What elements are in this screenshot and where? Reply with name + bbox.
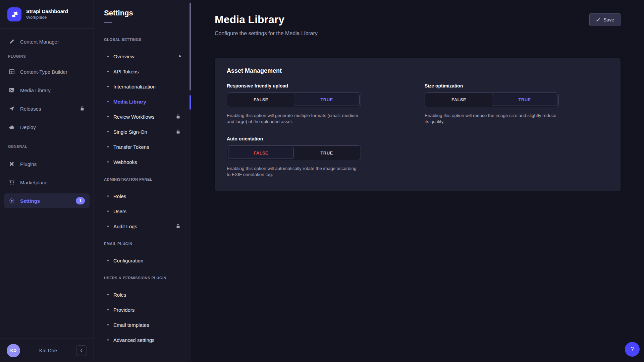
toggle-option-true[interactable]: TRUE [294, 94, 360, 106]
sidebar-item-settings[interactable]: Settings 1 [4, 193, 90, 208]
notification-dot [179, 55, 181, 57]
subnav-item-transfer-tokens[interactable]: Transfer Tokens [94, 140, 191, 154]
subnav-item-email-templates[interactable]: Email templates [94, 318, 191, 331]
subnav-item-advanced-settings[interactable]: Advanced settings [94, 333, 191, 347]
sidebar-item-deploy[interactable]: Plugins Deploy [4, 120, 90, 134]
subnav-section-email-plugin: EMAIL PLUGIN [104, 242, 181, 246]
subnav-item-label: Review Workflows [113, 114, 154, 120]
subnav-item-label: Transfer Tokens [113, 144, 149, 150]
subnav-item-label: Internationalization [113, 84, 156, 89]
sidebar-item-label: Media Library [20, 87, 51, 93]
bullet-dot [107, 146, 109, 147]
subnav-item-audit-logs[interactable]: Audit Logs [94, 220, 191, 233]
page-header-text: Media Library Configure the settings for… [215, 13, 318, 37]
user-name: Kai Doe [20, 348, 76, 353]
cloud-icon [9, 124, 15, 130]
subnav-section-users-permissions-plugin: USERS & PERMISSIONS PLUGIN [104, 276, 181, 280]
field-description: Enabling this option will reduce the ima… [425, 113, 559, 125]
sidebar-collapse-button[interactable] [76, 345, 87, 356]
page-title: Media Library [215, 13, 318, 26]
field-label: Size optimization [425, 83, 559, 88]
subnav-item-label: Roles [113, 193, 126, 199]
brand-title: Strapi Dashboard [26, 8, 68, 15]
sidebar-item-label: Settings [20, 198, 40, 204]
pen-icon [9, 39, 15, 45]
sidebar-section-general: GENERAL [8, 144, 86, 148]
responsive-friendly-upload-toggle: FALSE TRUE [227, 93, 361, 107]
bullet-dot [107, 161, 109, 163]
subnav-item-review-workflows[interactable]: Review Workflows [94, 110, 191, 123]
subnav-item-label: Email templates [113, 322, 149, 328]
toggle-option-false[interactable]: FALSE [228, 94, 294, 106]
gear-icon [9, 198, 15, 204]
subnav-item-label: Providers [113, 307, 135, 313]
sidebar-item-content-manager[interactable]: Content Manager [4, 34, 90, 49]
subnav-item-overview[interactable]: Overview [94, 50, 191, 63]
sidebar-item-media-library[interactable]: Media Library [4, 83, 90, 98]
field-description: Enabling this option will automatically … [227, 166, 361, 178]
subnav-item-webhooks[interactable]: Webhooks [94, 155, 191, 169]
subnav-item-providers[interactable]: Providers [94, 303, 191, 316]
toggle-option-true[interactable]: TRUE [492, 94, 557, 106]
subnav-item-label: Advanced settings [113, 337, 155, 343]
subnav-item-internationalization[interactable]: Internationalization [94, 80, 191, 93]
sidebar-item-plugins[interactable]: Plugins [4, 157, 90, 171]
bullet-dot [107, 195, 109, 197]
field-auto-orientation: Auto orientation FALSE TRUE Enabling thi… [227, 136, 361, 178]
sidebar-nav: Content Manager PLUGINS Content-Type Bui… [0, 29, 94, 339]
sidebar-item-content-type-builder[interactable]: Content-Type Builder [4, 64, 90, 79]
panel-title: Asset Management [227, 67, 608, 74]
image-icon [9, 87, 15, 93]
bullet-dot [107, 116, 109, 117]
subnav-item-label: Overview [113, 54, 135, 59]
subnav-item-label: Roles [113, 292, 126, 298]
sidebar-item-label: Content-Type Builder [20, 69, 67, 75]
page-header: Media Library Configure the settings for… [215, 13, 621, 37]
avatar[interactable]: KD [7, 344, 20, 357]
brand: Strapi Dashboard Workplace [0, 0, 94, 29]
bullet-dot [107, 71, 109, 72]
field-responsive-friendly-upload: Responsive friendly upload FALSE TRUE En… [227, 83, 361, 125]
page-subtitle: Configure the settings for the Media Lib… [215, 31, 318, 37]
bullet-dot [107, 101, 109, 102]
sidebar-item-label: Deploy [20, 124, 36, 130]
sidebar-item-marketplace[interactable]: Marketplace [4, 175, 90, 190]
sidebar-item-label: Marketplace [20, 180, 48, 185]
subnav-title: Settings [104, 9, 181, 17]
settings-badge: 1 [76, 197, 85, 204]
brand-text: Strapi Dashboard Workplace [26, 8, 68, 20]
subnav-item-admin-users[interactable]: Users [94, 204, 191, 218]
subnav-item-up-roles[interactable]: Roles [94, 288, 191, 301]
save-button[interactable]: Save [589, 13, 621, 26]
subnav-item-label: Configuration [113, 258, 143, 263]
sidebar-item-label: Releases [20, 106, 41, 112]
sidebar-item-releases[interactable]: Releases [4, 101, 90, 116]
subnav-item-single-sign-on[interactable]: Single Sign-On [94, 125, 191, 138]
lock-icon [79, 106, 85, 111]
sidebar-section-plugins: PLUGINS [8, 54, 86, 58]
main-content: Media Library Configure the settings for… [191, 0, 644, 362]
subnav-scrollbar-thumb[interactable] [190, 3, 191, 90]
size-optimization-toggle: FALSE TRUE [425, 93, 559, 107]
lock-icon [175, 129, 181, 134]
bullet-dot [107, 86, 109, 87]
subnav-item-email-configuration[interactable]: Configuration [94, 254, 191, 267]
toggle-option-true[interactable]: TRUE [294, 147, 360, 159]
subnav-item-media-library[interactable]: Media Library [94, 95, 191, 108]
subnav-item-admin-roles[interactable]: Roles [94, 189, 191, 203]
subnav-item-api-tokens[interactable]: API Tokens [94, 65, 191, 78]
save-button-label: Save [603, 17, 614, 22]
toggle-option-false[interactable]: FALSE [228, 147, 294, 159]
main-sidebar: Strapi Dashboard Workplace Content Manag… [0, 0, 94, 362]
chevron-left-icon [79, 348, 84, 353]
bullet-dot [107, 210, 109, 212]
sidebar-item-label: Content Manager [20, 39, 59, 45]
subnav-section-administration-panel: ADMINISTRATION PANEL [104, 177, 181, 181]
user-area: KD Kai Doe [0, 339, 94, 362]
paper-plane-icon [9, 106, 15, 112]
active-item-indicator [190, 95, 191, 110]
help-button[interactable]: ? [625, 342, 640, 357]
toggle-option-false[interactable]: FALSE [426, 94, 492, 106]
subnav-item-label: Media Library [113, 99, 146, 105]
lock-icon [175, 114, 181, 119]
